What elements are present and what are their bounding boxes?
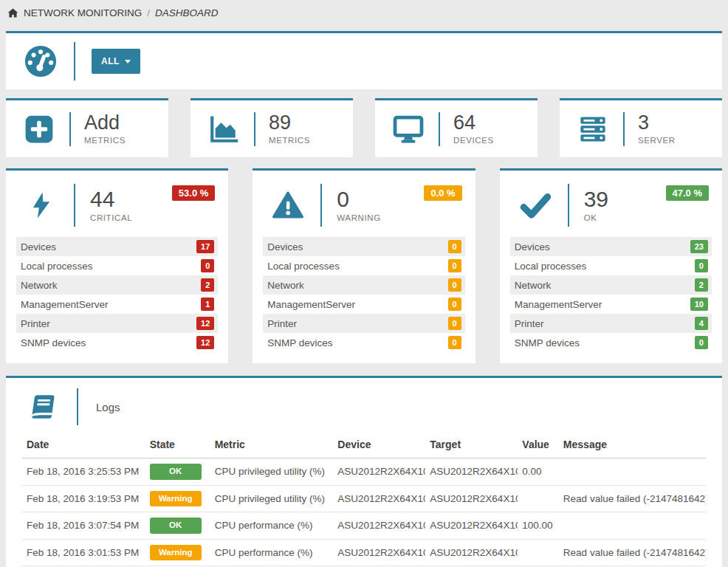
- table-row[interactable]: Feb 18, 2016 3:19:53 PM Warning CPU priv…: [22, 485, 706, 512]
- list-item[interactable]: Devices17: [16, 237, 218, 256]
- count-badge: 1: [201, 298, 214, 311]
- row-label: Network: [515, 280, 552, 291]
- cell-state: Warning: [145, 485, 210, 512]
- col-header-metric: Metric: [210, 434, 334, 458]
- list-item[interactable]: Network2: [16, 275, 218, 295]
- cell-target: ASU2012R2X64X10: [425, 485, 518, 512]
- cell-target: ASU2012R2X64X10: [425, 458, 518, 486]
- row-label: Local processes: [515, 261, 587, 272]
- cell-message: [559, 512, 706, 540]
- metric-card-metrics-count[interactable]: 89 METRICS: [190, 98, 353, 157]
- status-head: 39 OK 47.0 %: [500, 171, 722, 236]
- divider: [320, 184, 322, 227]
- home-icon[interactable]: [7, 7, 18, 18]
- plus-square-icon: [22, 114, 56, 145]
- cell-target: ASU2012R2X64X10: [425, 539, 518, 566]
- row-label: ManagementServer: [21, 299, 109, 310]
- card-label: DEVICES: [453, 136, 494, 145]
- cell-metric: CPU performance (%): [210, 512, 334, 540]
- all-filter-button[interactable]: ALL: [92, 49, 140, 74]
- critical-label: CRITICAL: [90, 213, 132, 222]
- card-label: METRICS: [269, 136, 310, 145]
- logs-title: Logs: [96, 401, 120, 413]
- cell-target: ASU2012R2X64X10: [425, 512, 518, 540]
- cell-device: ASU2012R2X64X10: [333, 539, 425, 566]
- list-item[interactable]: Local processes0: [510, 256, 712, 275]
- count-badge: 0: [695, 259, 708, 272]
- list-item[interactable]: Devices23: [510, 237, 712, 256]
- cell-metric: CPU privileged utility (%): [210, 485, 334, 512]
- card-label: METRICS: [84, 136, 126, 145]
- divider: [623, 112, 625, 146]
- metric-card-devices[interactable]: 64 DEVICES: [375, 98, 538, 157]
- list-item[interactable]: ManagementServer1: [16, 295, 218, 314]
- list-item[interactable]: ManagementServer10: [510, 295, 712, 314]
- table-row[interactable]: Feb 18, 2016 3:25:53 PM OK CPU privilege…: [22, 458, 706, 486]
- list-item[interactable]: Printer0: [263, 314, 464, 333]
- list-item[interactable]: SNMP devices0: [263, 333, 464, 352]
- count-badge: 0: [448, 298, 461, 311]
- cell-message: Read value failed (-2147481642): [559, 539, 706, 566]
- list-item[interactable]: Network0: [263, 275, 464, 295]
- row-label: Network: [267, 280, 304, 291]
- count-badge: 12: [196, 336, 214, 349]
- count-badge: 10: [690, 298, 708, 311]
- col-header-state: State: [145, 434, 210, 458]
- cell-date: Feb 18, 2016 3:19:53 PM: [22, 485, 145, 512]
- cell-metric: CPU performance (%): [210, 539, 334, 566]
- ok-label: OK: [584, 213, 608, 222]
- status-panels-row: 44 CRITICAL 53.0 % Devices17 Local proce…: [6, 168, 722, 363]
- cell-value: [518, 539, 559, 566]
- breadcrumb-section[interactable]: NETWORK MONITORING: [24, 7, 142, 18]
- count-badge: 0: [201, 259, 214, 272]
- cell-state: OK: [145, 512, 210, 540]
- cell-date: Feb 18, 2016 3:25:53 PM: [22, 458, 145, 486]
- status-badge: Warning: [150, 545, 202, 561]
- row-label: Local processes: [21, 261, 93, 272]
- status-rows: Devices23 Local processes0 Network2 Mana…: [510, 237, 712, 352]
- cell-date: Feb 18, 2016 3:01:53 PM: [22, 539, 145, 566]
- table-row[interactable]: Feb 18, 2016 3:01:53 PM Warning CPU perf…: [22, 539, 706, 566]
- row-label: Printer: [515, 318, 544, 329]
- warning-label: WARNING: [337, 213, 380, 222]
- row-label: Printer: [21, 318, 50, 329]
- table-row[interactable]: Feb 18, 2016 3:07:54 PM OK CPU performan…: [22, 512, 706, 540]
- gauge-icon: [24, 44, 58, 78]
- divider: [74, 42, 75, 80]
- list-item[interactable]: Printer12: [16, 314, 218, 333]
- list-item[interactable]: Devices0: [263, 237, 464, 256]
- count-badge: 0: [448, 259, 461, 272]
- list-item[interactable]: ManagementServer0: [263, 295, 464, 314]
- table-header-row: Date State Metric Device Target Value Me…: [22, 434, 706, 458]
- divider: [568, 184, 569, 227]
- server-icon: [576, 114, 610, 145]
- warning-count: 0: [337, 188, 380, 210]
- count-badge: 23: [690, 240, 708, 253]
- status-rows: Devices0 Local processes0 Network0 Manag…: [263, 237, 464, 352]
- cell-message: Read value failed (-2147481642): [559, 485, 706, 512]
- row-label: ManagementServer: [515, 299, 602, 310]
- list-item[interactable]: Printer4: [510, 314, 712, 333]
- metric-card-add-metrics[interactable]: Add METRICS: [6, 98, 168, 157]
- row-label: Network: [21, 280, 58, 291]
- list-item[interactable]: Network2: [510, 275, 712, 295]
- metric-card-server[interactable]: 3 SERVER: [560, 98, 722, 157]
- cell-date: Feb 18, 2016 3:07:54 PM: [22, 512, 145, 540]
- list-item[interactable]: SNMP devices0: [510, 333, 712, 352]
- list-item[interactable]: Local processes0: [16, 256, 218, 275]
- list-item[interactable]: Local processes0: [263, 256, 464, 275]
- breadcrumb: NETWORK MONITORING / DASHBOARD: [0, 0, 728, 25]
- ok-count: 39: [584, 188, 608, 210]
- card-value: Add: [84, 113, 126, 134]
- row-label: SNMP devices: [515, 337, 580, 348]
- logs-panel: Logs Date State Metric Device Target Val…: [6, 376, 722, 567]
- list-item[interactable]: SNMP devices12: [16, 333, 218, 352]
- divider: [254, 112, 255, 146]
- cell-value: 100.00: [518, 512, 559, 540]
- filter-panel: ALL: [6, 31, 722, 89]
- caret-down-icon: [125, 60, 131, 66]
- book-icon: [25, 392, 59, 422]
- count-badge: 0: [448, 240, 461, 253]
- card-value: 89: [269, 113, 310, 134]
- col-header-value: Value: [518, 434, 559, 458]
